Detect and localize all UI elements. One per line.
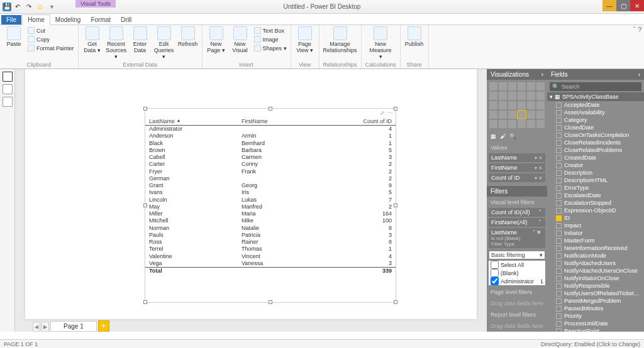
viz-type-icon[interactable] [499,92,507,100]
visual-focus-icon[interactable]: ⤢ [380,110,385,116]
field-row[interactable]: ProcessUntilDate [547,320,644,327]
tab-drill[interactable]: Drill [116,15,136,24]
filter-checklist[interactable]: Select All (Blank) Administrator1 Anders… [489,261,545,285]
field-row[interactable]: ReactionPoint [547,327,644,332]
field-row[interactable]: Priority [547,312,644,320]
window-maximize-button[interactable]: ▢ [616,0,630,11]
field-row[interactable]: Category [547,116,644,124]
report-canvas[interactable]: ⤢ ⋯ LastName ▲ FirstName Count of ID Adm… [25,69,477,319]
field-row[interactable]: Creator [547,161,644,169]
well-firstname[interactable]: FirstName▾ ✕ [489,163,545,172]
field-row[interactable]: CreatedDate [547,154,644,161]
field-row[interactable]: NotifyUsersOfRelatedTicketsOnClose [547,290,644,297]
viz-type-icon[interactable] [527,111,535,119]
qat-undo-icon[interactable]: ↶ [13,2,23,12]
qat-save-icon[interactable]: 💾 [3,3,11,11]
viz-type-icon[interactable] [536,92,545,100]
viz-type-icon[interactable] [536,111,545,119]
cut-button[interactable]: Cut [28,26,74,35]
viz-type-icon[interactable] [518,111,526,119]
col-lastname[interactable]: LastName ▲ [145,117,238,126]
paste-button[interactable]: Paste [4,26,24,48]
field-row[interactable]: Description [547,169,644,177]
viz-type-icon[interactable] [489,101,497,109]
viz-type-icon[interactable] [508,120,516,128]
viz-type-icon[interactable] [508,101,516,109]
viz-type-icon[interactable] [508,111,516,119]
filter-check-row[interactable]: Select All [489,261,545,269]
page-next-button[interactable]: ▶ [42,322,49,332]
publish-button[interactable]: Publish [404,26,425,48]
viz-type-icon[interactable] [489,111,497,119]
field-row[interactable]: ClosedDate [547,124,644,131]
well-count[interactable]: Count of ID▾ ✕ [489,173,545,182]
fields-search-input[interactable] [562,84,639,90]
new-page-button[interactable]: New Page ▾ [206,26,226,54]
manage-relationships-button[interactable]: Manage Relationships [325,26,355,54]
field-row[interactable]: ErrorType [547,184,644,192]
viz-type-icon[interactable] [527,82,535,90]
filter-check-row[interactable]: Administrator1 [489,277,545,285]
field-row[interactable]: AcceptedDate [547,101,644,109]
viz-type-icon[interactable] [527,120,535,128]
copy-button[interactable]: Copy [28,35,74,43]
field-row[interactable]: NewInformationReceived [547,244,644,252]
get-data-button[interactable]: Get Data ▾ [82,26,103,54]
filter-check-row[interactable]: (Blank) [489,269,545,277]
table-visual[interactable]: ⤢ ⋯ LastName ▲ FirstName Count of ID Adm… [145,108,396,303]
collapse-vis-icon[interactable]: › [541,71,543,78]
viz-type-icon[interactable] [536,82,545,90]
status-directquery[interactable]: DirectQuery: Enabled (Click to Change) [541,341,640,347]
page-drop-area[interactable]: Drag data fields here [487,298,547,309]
viz-type-icon[interactable] [499,120,507,128]
format-painter-button[interactable]: Format Painter [28,44,74,52]
page-view-button[interactable]: Page View ▾ [295,26,315,54]
field-row[interactable]: NotifyAttachedUsersOnClose [547,267,644,275]
qat-feedback-icon[interactable]: ☺ [35,2,45,12]
filter-lastname[interactable]: LastNameˆ ✕ is not (Blank) Filter Type [489,228,545,248]
viz-type-icon[interactable] [527,92,535,100]
table-header[interactable]: ▾ ▦ SPSActivityClassBase [547,92,644,101]
add-page-button[interactable]: + [98,320,109,332]
help-icon[interactable]: ? [638,26,641,33]
field-row[interactable]: ParentMergedProblem [547,297,644,305]
viz-type-icon[interactable] [499,82,507,90]
well-lastname[interactable]: LastName▾ ✕ [489,153,545,162]
col-firstname[interactable]: FirstName [238,117,314,126]
format-tab-icon[interactable]: 🖌 [500,133,506,139]
tab-home[interactable]: Home [22,14,50,25]
viz-type-icon[interactable] [508,92,516,100]
viz-type-icon[interactable] [518,101,526,109]
field-row[interactable]: NotifyAttachedUsers [547,259,644,267]
visual-options-icon[interactable]: ⋯ [387,110,393,116]
viz-type-icon[interactable] [499,101,507,109]
field-row[interactable]: Initiator [547,229,644,237]
filter-firstname[interactable]: FirstName(All)˅ [489,218,545,227]
filter-count[interactable]: Count of ID(All)˅ [489,208,545,217]
analytics-tab-icon[interactable]: 🔍 [509,133,516,139]
collapse-ribbon-icon[interactable]: ˆ [633,26,635,33]
viz-type-icon[interactable] [489,92,497,100]
edit-queries-button[interactable]: Edit Queries ▾ [154,26,174,60]
field-row[interactable]: PausedMinutes [547,305,644,312]
report-view-icon[interactable] [3,72,13,82]
tab-modeling[interactable]: Modeling [50,15,86,24]
field-row[interactable]: EscalationStopped [547,199,644,207]
visualization-gallery[interactable] [487,80,547,131]
new-visual-button[interactable]: New Visual [230,26,250,54]
viz-type-icon[interactable] [518,82,526,90]
filter-type-select[interactable]: Basic filtering▾ [489,251,545,259]
data-view-icon[interactable] [3,84,13,94]
fields-tab-icon[interactable]: ▦ [491,133,496,139]
col-count[interactable]: Count of ID [314,117,396,126]
field-row[interactable]: EscalatedDate [547,192,644,199]
field-row[interactable]: ID [547,214,644,222]
viz-type-icon[interactable] [536,101,545,109]
enter-data-button[interactable]: Enter Data [130,26,150,54]
collapse-fields-icon[interactable]: › [638,71,640,78]
field-row[interactable]: Impact [547,222,644,229]
field-row[interactable]: NotificationMode [547,252,644,259]
tab-format[interactable]: Format [86,15,116,24]
viz-type-icon[interactable] [518,92,526,100]
field-row[interactable]: MasterForm [547,237,644,244]
